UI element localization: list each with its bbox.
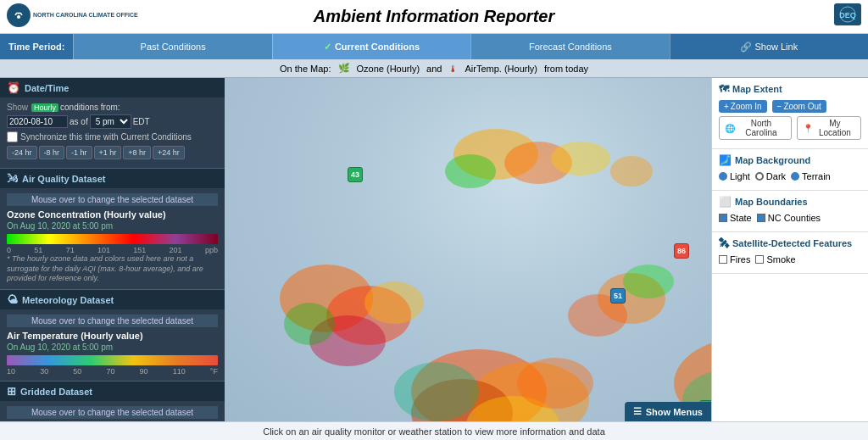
grid-header[interactable]: ⊞ Gridded Dataset xyxy=(0,382,225,401)
main-content: ⏰ Date/Time Show Hourly conditions from:… xyxy=(0,78,868,421)
plus-24hr-btn[interactable]: +24 hr xyxy=(153,146,185,159)
minus-1hr-btn[interactable]: -1 hr xyxy=(66,146,92,159)
bottom-bar: Click on an air quality monitor or weath… xyxy=(0,421,868,440)
svg-point-7 xyxy=(610,156,653,187)
dark-radio xyxy=(755,172,764,181)
date-time-row: as of 5 pm 4 pm 6 pm EDT xyxy=(7,114,218,129)
hourly-badge[interactable]: Hourly xyxy=(31,103,58,112)
left-panel: ⏰ Date/Time Show Hourly conditions from:… xyxy=(0,78,225,421)
temp-labels: 10 30 50 70 90 110 °F xyxy=(7,367,218,376)
nc-row: 🌐 North Carolina 📍 My Location xyxy=(719,116,861,140)
datetime-section: ⏰ Date/Time Show Hourly conditions from:… xyxy=(0,78,225,169)
light-option[interactable]: Light xyxy=(719,171,750,181)
plus-icon: + xyxy=(724,102,729,111)
met-mouse-note: Mouse over to change the selected datase… xyxy=(7,315,218,327)
logo-nc-text: NORTH CAROLINA CLIMATE OFFICE xyxy=(33,12,138,19)
ozone-note: * The hourly ozone data and colors used … xyxy=(7,254,218,284)
sync-label: Synchronize this time with Current Condi… xyxy=(20,132,192,142)
background-icon: 🗾 xyxy=(719,154,732,166)
check-icon: ✓ xyxy=(324,42,331,53)
time-period-label: Time Period: xyxy=(0,42,73,52)
grid-icon: ⊞ xyxy=(7,385,16,398)
click-note: Click on an air quality monitor or weath… xyxy=(263,426,605,437)
met-section: 🌤 Meteorology Dataset Mouse over to chan… xyxy=(0,290,225,382)
satellite-section: 🛰 Satellite-Detected Features Fires Smok… xyxy=(712,232,868,274)
fires-option[interactable]: Fires xyxy=(719,254,750,265)
nc-counties-checkbox xyxy=(757,214,765,222)
grid-section: ⊞ Gridded Dataset Mouse over to change t… xyxy=(0,382,225,421)
map-extent-icon: 🗺 xyxy=(719,83,729,95)
svg-point-20 xyxy=(394,362,479,421)
state-checkbox xyxy=(719,214,727,222)
globe-icon: 🌐 xyxy=(725,124,735,133)
map-area[interactable]: 43 86 51 39 56 ☰ Show Menus xyxy=(225,78,711,421)
as-of-label: as of xyxy=(70,117,88,126)
state-option[interactable]: State xyxy=(719,213,752,223)
ozone-date: On Aug 10, 2020 at 5:00 pm xyxy=(7,221,218,231)
zoom-out-btn[interactable]: − Zoom Out xyxy=(772,100,826,113)
time-select[interactable]: 5 pm 4 pm 6 pm xyxy=(90,114,131,129)
show-menus-btn[interactable]: ☰ Show Menus xyxy=(625,402,711,421)
map-extent-header: 🗺 Map Extent xyxy=(719,83,861,95)
met-header[interactable]: 🌤 Meteorology Dataset xyxy=(0,290,225,309)
grid-mouse-note: Mouse over to change the selected datase… xyxy=(7,406,218,419)
nc-btn[interactable]: 🌐 North Carolina xyxy=(719,116,792,140)
svg-point-21 xyxy=(517,358,593,409)
aq-mouse-note: Mouse over to change the selected datase… xyxy=(7,193,218,206)
dark-option[interactable]: Dark xyxy=(755,171,786,181)
heat-overlay-svg xyxy=(225,78,711,421)
logo-left: NORTH CAROLINA CLIMATE OFFICE xyxy=(7,3,138,27)
terrain-option[interactable]: Terrain xyxy=(791,171,831,181)
boundaries-icon: ⬜ xyxy=(719,196,732,208)
plus-1hr-btn[interactable]: +1 hr xyxy=(94,146,122,159)
onmap-temp: AirTemp. (Hourly) xyxy=(465,64,537,74)
aq-section: 🌬 Air Quality Dataset Mouse over to chan… xyxy=(0,169,225,290)
grid-body: Mouse over to change the selected datase… xyxy=(0,401,225,421)
past-conditions-btn[interactable]: Past Conditions xyxy=(73,34,271,59)
conditions-from-label: conditions from: xyxy=(60,103,120,112)
navbar: Time Period: Past Conditions ✓ Current C… xyxy=(0,34,868,59)
minus-8hr-btn[interactable]: -8 hr xyxy=(39,146,65,159)
datetime-header[interactable]: ⏰ Date/Time xyxy=(0,78,225,97)
highway-marker-86: 86 xyxy=(674,243,689,259)
onmap-and: and xyxy=(426,64,442,74)
minus-24hr-btn[interactable]: -24 hr xyxy=(7,146,37,159)
sync-row: Synchronize this time with Current Condi… xyxy=(7,131,218,142)
light-radio xyxy=(719,172,727,181)
app-title: Ambient Information Reporter xyxy=(314,7,554,26)
boundaries-options-row: State NC Counties xyxy=(719,213,861,223)
map-background-header: 🗾 Map Background xyxy=(719,154,861,166)
show-link-btn[interactable]: 🔗 Show Link xyxy=(670,34,868,59)
smoke-checkbox xyxy=(755,255,764,264)
forecast-conditions-btn[interactable]: Forecast Conditions xyxy=(470,34,669,59)
map-boundaries-section: ⬜ Map Boundaries State NC Counties xyxy=(712,191,868,232)
aq-icon: 🌬 xyxy=(7,172,18,185)
time-ctrl-row: Show Hourly conditions from: xyxy=(7,103,218,112)
smoke-option[interactable]: Smoke xyxy=(755,254,795,265)
plus-8hr-btn[interactable]: +8 hr xyxy=(123,146,151,159)
aq-body: Mouse over to change the selected datase… xyxy=(0,188,225,289)
svg-point-12 xyxy=(284,303,335,345)
svg-point-6 xyxy=(445,154,496,188)
my-location-btn[interactable]: 📍 My Location xyxy=(797,116,861,140)
ozone-gradient-bar xyxy=(7,234,218,244)
met-icon: 🌤 xyxy=(7,293,18,306)
svg-text:DEQ: DEQ xyxy=(839,11,856,19)
svg-point-15 xyxy=(623,265,674,298)
hr-buttons: -24 hr -8 hr -1 hr +1 hr +8 hr +24 hr xyxy=(7,146,218,159)
ozone-icon: 🌿 xyxy=(338,63,350,74)
date-input[interactable] xyxy=(7,115,68,128)
svg-point-11 xyxy=(364,281,424,324)
location-icon: 📍 xyxy=(803,124,813,133)
current-conditions-btn[interactable]: ✓ Current Conditions xyxy=(272,34,470,59)
ozone-gradient-fill xyxy=(7,234,218,244)
temp-date: On Aug 10, 2020 at 5:00 pm xyxy=(7,343,218,352)
bg-options-row: Light Dark Terrain xyxy=(719,171,861,181)
zoom-in-btn[interactable]: + Zoom In xyxy=(719,100,767,113)
terrain-radio xyxy=(791,172,799,181)
onmap-ozone: Ozone (Hourly) xyxy=(357,64,420,74)
map-boundaries-header: ⬜ Map Boundaries xyxy=(719,196,861,208)
sync-checkbox[interactable] xyxy=(7,131,18,142)
aq-header[interactable]: 🌬 Air Quality Dataset xyxy=(0,169,225,188)
nc-counties-option[interactable]: NC Counties xyxy=(757,213,821,223)
